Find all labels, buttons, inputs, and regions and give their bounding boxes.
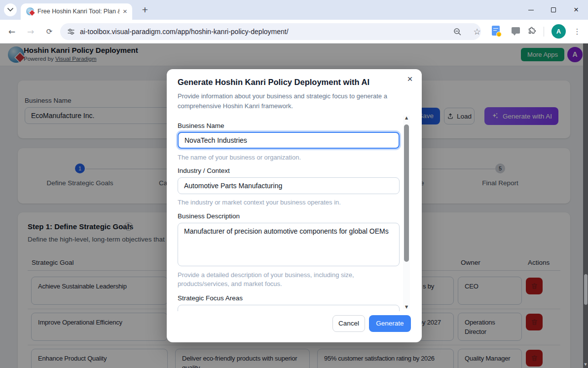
business-name-help: The name of your business or organizatio… [178, 153, 301, 162]
industry-input[interactable] [178, 177, 400, 194]
industry-help: The industry or market context your busi… [178, 198, 341, 207]
window-minimize-button[interactable] [519, 0, 542, 20]
focus-areas-label: Strategic Focus Areas [178, 294, 243, 302]
tab-title: Free Hoshin Kanri Tool: Plan & E [37, 3, 119, 20]
tab-search-button[interactable] [4, 3, 17, 16]
page: Hoshin Kanri Policy Deployment Powered b… [0, 43, 588, 368]
description-label: Business Description [178, 212, 240, 220]
description-textarea[interactable] [178, 223, 400, 266]
cancel-button[interactable]: Cancel [332, 315, 365, 332]
business-name-label: Business Name [178, 122, 224, 129]
extensions-puzzle-icon[interactable] [527, 26, 537, 38]
modal-subtitle: Provide information about your business … [178, 91, 405, 111]
modal-scrollbar[interactable]: ▲ ▼ [403, 116, 410, 309]
browser-profile-avatar[interactable]: A [551, 24, 566, 39]
tab-favicon-icon [26, 7, 34, 15]
scrollbar-thumb[interactable] [584, 274, 588, 305]
reading-mode-icon[interactable]: ↓ [492, 26, 500, 36]
back-button[interactable]: ← [5, 25, 19, 39]
focus-areas-input[interactable] [178, 305, 400, 311]
zoom-out-icon[interactable] [453, 27, 462, 38]
modal-scrollbar-thumb[interactable] [404, 124, 409, 262]
modal-body: Business Name The name of your business … [167, 113, 422, 311]
window-maximize-button[interactable] [542, 0, 565, 20]
modal-close-icon[interactable]: × [404, 74, 415, 84]
browser-toolbar: ← → ⟳ ai-toolbox.visual-paradigm.com/app… [0, 20, 588, 43]
browser-tab[interactable]: Free Hoshin Kanri Tool: Plan & E × [21, 3, 132, 20]
screen: Free Hoshin Kanri Tool: Plan & E × + × ←… [0, 0, 588, 368]
page-scrollbar[interactable]: ▼ [583, 43, 588, 368]
scroll-down-arrow-icon[interactable]: ▼ [403, 305, 410, 309]
reload-button[interactable]: ⟳ [42, 25, 56, 39]
scroll-up-arrow-icon[interactable]: ▲ [403, 116, 410, 120]
description-help: Provide a detailed description of your b… [178, 271, 375, 288]
browser-tab-strip: Free Hoshin Kanri Tool: Plan & E × + × [0, 0, 588, 20]
generate-ai-modal: × Generate Hoshin Kanri Policy Deploymen… [167, 69, 422, 342]
address-bar[interactable]: ai-toolbox.visual-paradigm.com/app/hoshi… [60, 23, 481, 40]
generate-button[interactable]: Generate [369, 315, 411, 332]
site-settings-icon[interactable] [67, 27, 75, 38]
bookmark-star-icon[interactable]: ☆ [469, 23, 485, 40]
scroll-down-arrow-icon[interactable]: ▼ [583, 363, 588, 367]
forward-button[interactable]: → [24, 25, 37, 39]
toolbar-separator [544, 27, 544, 37]
url-text[interactable]: ai-toolbox.visual-paradigm.com/app/hoshi… [80, 23, 289, 40]
comment-icon[interactable] [512, 27, 520, 34]
browser-menu-icon[interactable]: ⋮ [572, 25, 582, 39]
window-close-button[interactable]: × [565, 0, 588, 20]
business-name-input[interactable] [178, 132, 400, 149]
tab-close-icon[interactable]: × [121, 7, 129, 16]
industry-label: Industry / Context [178, 167, 230, 174]
modal-title: Generate Hoshin Kanri Policy Deployment … [178, 78, 369, 87]
new-tab-button[interactable]: + [140, 4, 150, 15]
chevron-down-icon [7, 8, 13, 12]
